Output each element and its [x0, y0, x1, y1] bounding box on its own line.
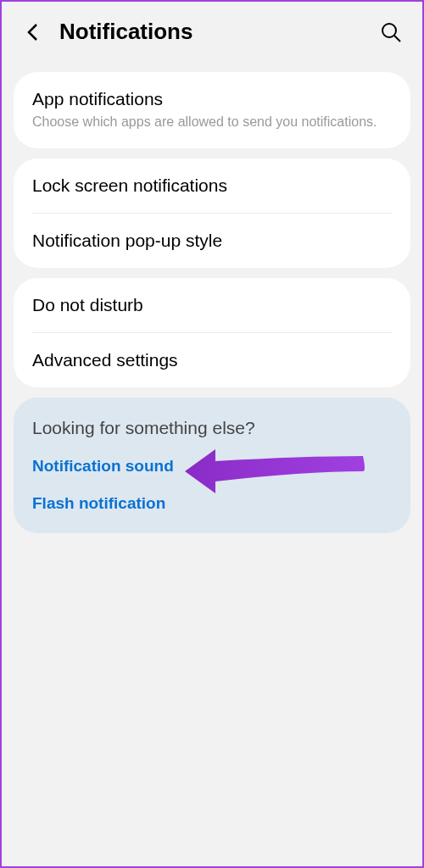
header: Notifications: [2, 2, 422, 62]
search-button[interactable]: [380, 21, 402, 43]
item-title: App notifications: [32, 89, 392, 109]
link-flash-notification[interactable]: Flash notification: [32, 494, 392, 513]
chevron-left-icon: [26, 23, 38, 42]
card-app-notifications: App notifications Choose which apps are …: [14, 72, 410, 148]
link-notification-sound[interactable]: Notification sound: [32, 457, 392, 476]
item-advanced-settings[interactable]: Advanced settings: [14, 333, 410, 387]
item-title: Do not disturb: [32, 295, 392, 315]
suggestion-title: Looking for something else?: [32, 418, 392, 438]
item-lock-screen-notifications[interactable]: Lock screen notifications: [14, 159, 410, 213]
svg-line-1: [394, 36, 400, 42]
card-suggestions: Looking for something else? Notification…: [14, 398, 410, 533]
search-icon: [380, 21, 402, 43]
item-title: Lock screen notifications: [32, 175, 392, 196]
page-title: Notifications: [59, 19, 363, 45]
back-button[interactable]: [22, 22, 42, 42]
item-app-notifications[interactable]: App notifications Choose which apps are …: [14, 72, 410, 148]
item-title: Notification pop-up style: [32, 231, 392, 251]
item-notification-popup-style[interactable]: Notification pop-up style: [14, 214, 410, 268]
item-title: Advanced settings: [32, 350, 392, 370]
card-dnd-advanced: Do not disturb Advanced settings: [14, 278, 410, 387]
item-do-not-disturb[interactable]: Do not disturb: [14, 278, 410, 332]
item-subtitle: Choose which apps are allowed to send yo…: [32, 113, 392, 131]
svg-point-0: [382, 24, 396, 37]
card-lock-popup: Lock screen notifications Notification p…: [14, 159, 410, 268]
